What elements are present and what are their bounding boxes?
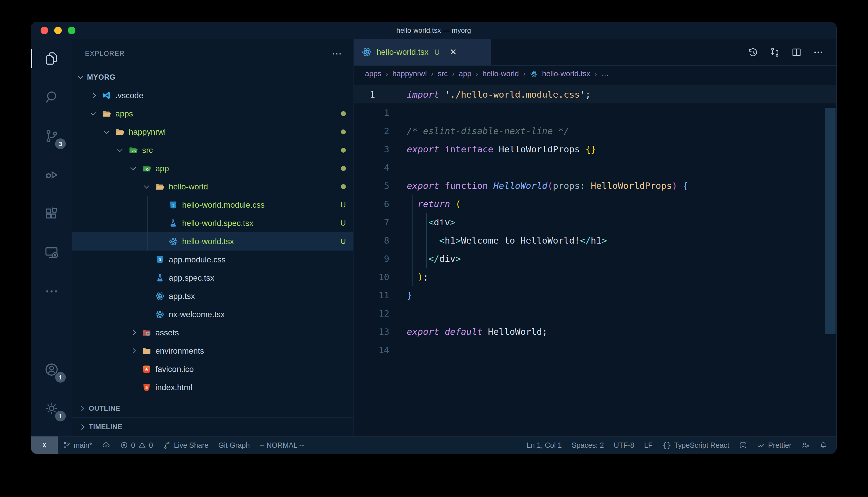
status-eol[interactable]: LF	[639, 437, 658, 454]
code-line[interactable]: 13export default HelloWorld;	[354, 322, 836, 341]
activity-item-extensions[interactable]	[31, 194, 72, 233]
action-open-timeline-history-icon[interactable]	[748, 47, 758, 58]
chevron-down-icon	[118, 149, 128, 151]
code-line[interactable]: 1import './hello-world.module.css';	[354, 85, 836, 103]
chevron-right-icon	[131, 349, 142, 353]
tree-item-hello-world-module-css[interactable]: 3hello-world.module.cssU	[72, 196, 354, 214]
status-encoding[interactable]: UTF-8	[609, 437, 639, 454]
activity-item-run-debug[interactable]	[31, 156, 72, 194]
tree-item-decoration	[341, 184, 346, 189]
close-tab-icon[interactable]: ✕	[450, 48, 457, 56]
tree-item-decoration	[341, 166, 346, 171]
status-vim-mode[interactable]: -- NORMAL --	[255, 437, 309, 454]
code-line[interactable]: 5export function HelloWorld(props: Hello…	[354, 176, 836, 195]
activity-item-explorer[interactable]	[31, 39, 72, 78]
tab-git-status: U	[434, 48, 440, 57]
activity-item-search[interactable]	[31, 78, 72, 117]
code-line[interactable]: 10 );	[354, 268, 836, 286]
activity-item-accounts[interactable]: 1	[31, 350, 72, 389]
activity-item-more-views[interactable]	[31, 272, 72, 311]
tree-item-nx-welcome-tsx[interactable]: nx-welcome.tsx	[72, 305, 354, 324]
status-git-graph[interactable]: Git Graph	[213, 437, 254, 454]
tree-item-decoration	[341, 129, 346, 134]
code-line[interactable]: 3export interface HelloWorldProps {}	[354, 140, 836, 158]
tree-item-label: environments	[155, 346, 204, 356]
git-modified-dot	[341, 111, 346, 116]
folder-open-tan-icon	[115, 127, 125, 137]
status-language-mode[interactable]: {}TypeScript React	[658, 437, 734, 454]
code-line[interactable]: 12	[354, 304, 836, 322]
tree-item-environments[interactable]: environments	[72, 342, 354, 360]
status-sync[interactable]	[97, 437, 115, 454]
svg-text:3: 3	[159, 257, 161, 262]
double-check-icon	[757, 441, 765, 449]
tree-item-index-html[interactable]: 5index.html	[72, 378, 354, 397]
title-bar[interactable]: hello-world.tsx — myorg	[31, 22, 836, 39]
tree-item-apps[interactable]: apps	[72, 104, 354, 123]
tree-item-happynrwl[interactable]: happynrwl	[72, 123, 354, 141]
breadcrumb-separator: ›	[452, 70, 455, 78]
tree-item-app-spec-tsx[interactable]: app.spec.tsx	[72, 269, 354, 287]
breadcrumb-item-happynrwl[interactable]: happynrwl	[392, 69, 427, 78]
tree-item-decoration: U	[340, 237, 346, 246]
tree-item-hello-world[interactable]: hello-world	[72, 178, 354, 196]
folder-open-src-icon: </>	[128, 145, 138, 155]
tree-item-app-module-css[interactable]: 3app.module.css	[72, 251, 354, 269]
code-line[interactable]: 1	[354, 103, 836, 122]
tree-item-favicon-ico[interactable]: ★favicon.ico	[72, 360, 354, 378]
status-feedback[interactable]	[796, 437, 814, 454]
status-prettier[interactable]: Prettier	[752, 437, 796, 454]
status-problems[interactable]: 00	[115, 437, 158, 454]
line-number: 9	[354, 253, 392, 264]
status-indentation[interactable]: Spaces: 2	[567, 437, 609, 454]
extensions-icon	[44, 206, 59, 221]
chevron-right-icon	[131, 331, 142, 335]
breadcrumb-item--[interactable]: …	[601, 69, 609, 78]
status-github[interactable]	[734, 437, 752, 454]
activity-item-remote-explorer[interactable]	[31, 233, 72, 272]
section-timeline[interactable]: TIMELINE	[72, 417, 354, 436]
code-line[interactable]: 4	[354, 158, 836, 176]
action-split-editor-split-icon[interactable]	[791, 47, 802, 58]
tree-item-hello-world-tsx[interactable]: hello-world.tsxU	[72, 232, 354, 251]
sidebar-header: EXPLORER ⋯	[72, 39, 354, 68]
status-remote-indicator[interactable]	[31, 437, 58, 454]
octoface-icon	[739, 441, 747, 449]
activity-item-source-control[interactable]: 3	[31, 117, 72, 156]
status-label: -- NORMAL --	[260, 441, 304, 450]
tree-item--vscode[interactable]: .vscode	[72, 86, 354, 104]
code-line[interactable]: 14	[354, 341, 836, 359]
activity-item-manage[interactable]: 1	[31, 389, 72, 428]
breadcrumb-item-app[interactable]: app	[459, 69, 471, 78]
code-line[interactable]: 6 return (	[354, 195, 836, 213]
code-line[interactable]: 11}	[354, 286, 836, 304]
code-editor[interactable]: 1import './hello-world.module.css';12/* …	[354, 82, 836, 436]
breadcrumb-item-hello-world-tsx[interactable]: hello-world.tsx	[542, 69, 590, 78]
breadcrumb-item-hello-world[interactable]: hello-world	[482, 69, 519, 78]
line-number: 2	[354, 126, 392, 136]
tree-item-assets[interactable]: assets	[72, 324, 354, 342]
tree-root-myorg[interactable]: MYORG	[72, 68, 354, 86]
tree-item-src[interactable]: </>src	[72, 141, 354, 159]
tab-hello-world-tsx[interactable]: hello-world.tsx U ✕	[354, 39, 491, 65]
tree-item-app-tsx[interactable]: app.tsx	[72, 287, 354, 305]
status-count: 0	[149, 441, 153, 450]
test-icon	[155, 273, 165, 283]
code-line[interactable]: 2/* eslint-disable-next-line */	[354, 122, 836, 140]
sidebar-title: EXPLORER	[85, 50, 125, 58]
line-number: 8	[354, 235, 392, 246]
git-untracked-badge: U	[340, 237, 346, 246]
favicon-icon: ★	[142, 364, 151, 374]
action-more-actions-ellipsis-icon[interactable]	[813, 47, 824, 58]
tree-item-app[interactable]: app	[72, 159, 354, 178]
tree-item-label: favicon.ico	[155, 365, 194, 374]
tree-item-hello-world-spec-tsx[interactable]: hello-world.spec.tsxU	[72, 214, 354, 232]
breadcrumb-item-apps[interactable]: apps	[365, 69, 381, 78]
status-cursor-position[interactable]: Ln 1, Col 1	[522, 437, 567, 454]
section-outline[interactable]: OUTLINE	[72, 399, 354, 417]
status-notifications[interactable]	[814, 437, 832, 454]
status-git-branch[interactable]: main*	[58, 437, 97, 454]
action-open-changes-compare-icon[interactable]	[769, 47, 780, 58]
breadcrumb-item-src[interactable]: src	[438, 69, 448, 78]
status-live-share[interactable]: Live Share	[158, 437, 213, 454]
